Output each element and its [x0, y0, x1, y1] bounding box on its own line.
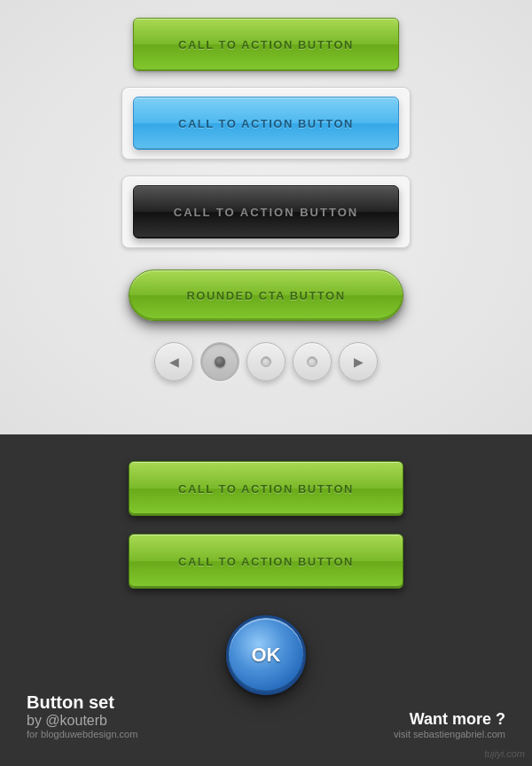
want-more-text: Want more ? — [394, 710, 505, 729]
radio-btn-3[interactable] — [293, 342, 332, 381]
blue-btn-panel: CALL TO ACTION BUTTON — [121, 87, 411, 160]
info-left: Button set by @kouterb for blogduwebdesi… — [27, 692, 137, 739]
radio-dot-filled — [215, 356, 225, 367]
prev-button[interactable]: ◀ — [154, 342, 193, 381]
radio-btn-2[interactable] — [246, 342, 286, 381]
blue-cta-button[interactable]: CALL TO ACTION BUTTON — [133, 97, 399, 150]
green-cta-button[interactable]: CALL TO ACTION BUTTON — [133, 18, 399, 71]
radio-dot-empty-2 — [307, 356, 317, 367]
radio-btn-1-active[interactable] — [200, 342, 239, 381]
dark-btn-panel: CALL TO ACTION BUTTON — [121, 176, 411, 248]
prev-arrow-icon: ◀ — [169, 355, 179, 369]
watermark: tujiyi.com — [484, 748, 525, 759]
visit-text: visit sebastiengabriel.com — [394, 729, 505, 739]
ok-button[interactable]: OK — [226, 615, 306, 695]
dark-green-cta-button-2[interactable]: CALL TO ACTION BUTTON — [129, 534, 403, 589]
green-btn-wrapper: CALL TO ACTION BUTTON — [0, 18, 532, 71]
rounded-btn-wrapper: ROUNDED CTA BUTTON — [0, 270, 532, 321]
dark-cta-button[interactable]: CALL TO ACTION BUTTON — [133, 185, 399, 238]
ok-btn-wrapper: OK — [226, 615, 306, 695]
dark-green-cta-button-1[interactable]: CALL TO ACTION BUTTON — [129, 461, 403, 516]
info-title: Button set — [27, 692, 137, 713]
next-arrow-icon: ▶ — [354, 355, 364, 369]
radio-dot-empty-1 — [261, 356, 271, 367]
dark-green-btn-wrapper-2: CALL TO ACTION BUTTON — [0, 534, 532, 589]
dark-green-btn-wrapper-1: CALL TO ACTION BUTTON — [0, 461, 532, 516]
dark-btn-panel-wrapper: CALL TO ACTION BUTTON — [0, 176, 532, 248]
next-button[interactable]: ▶ — [339, 342, 378, 381]
info-right: Want more ? visit sebastiengabriel.com — [394, 710, 505, 739]
bottom-section: CALL TO ACTION BUTTON CALL TO ACTION BUT… — [0, 434, 532, 766]
ok-label: OK — [252, 644, 281, 667]
radio-group: ◀ ▶ — [154, 342, 378, 381]
rounded-cta-button[interactable]: ROUNDED CTA BUTTON — [129, 270, 403, 321]
blue-btn-panel-wrapper: CALL TO ACTION BUTTON — [0, 87, 532, 160]
info-author: by @kouterb — [27, 713, 137, 729]
info-for: for blogduwebdesign.com — [27, 729, 137, 739]
top-section: CALL TO ACTION BUTTON CALL TO ACTION BUT… — [0, 0, 532, 434]
bottom-info: Button set by @kouterb for blogduwebdesi… — [0, 692, 532, 739]
